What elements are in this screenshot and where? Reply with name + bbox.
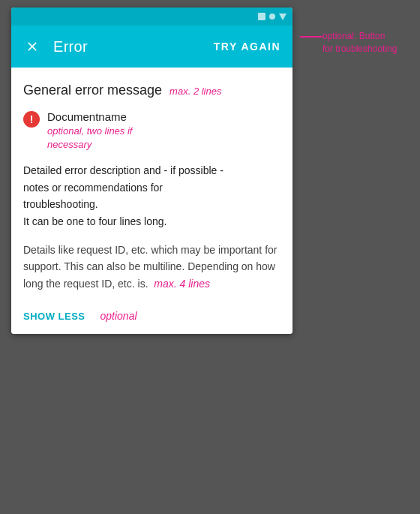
details-section: Details like request ID, etc. which may … <box>23 242 280 292</box>
error-title: General error message <box>23 83 162 98</box>
status-bar <box>11 8 292 26</box>
try-again-button[interactable]: TRY AGAIN <box>214 41 280 53</box>
dropdown-icon <box>279 14 286 20</box>
exclamation-icon: ! <box>30 114 34 125</box>
details-text: Details like request ID, etc. which may … <box>23 244 277 290</box>
close-icon <box>25 39 40 54</box>
battery-dot <box>269 14 275 20</box>
document-name: Documentname <box>47 110 132 123</box>
close-button[interactable] <box>23 38 41 56</box>
signal-icon <box>258 13 266 20</box>
error-icon-circle: ! <box>23 111 40 128</box>
annotation-text: optional: Buttonfor troubleshooting <box>322 30 397 56</box>
error-description: Detailed error description and - if poss… <box>23 162 280 230</box>
document-row: ! Documentname optional, two lines ifnec… <box>23 110 280 152</box>
actions-row: SHOW LESS optional <box>23 307 280 322</box>
show-less-button[interactable]: SHOW LESS <box>23 311 86 322</box>
optional-label: optional <box>100 310 137 322</box>
doc-name-column: Documentname optional, two lines ifneces… <box>47 110 132 152</box>
optional-two-lines-hint: optional, two lines ifnecessary <box>47 125 132 152</box>
annotation-line <box>300 36 322 38</box>
max-lines-hint: max. 2 lines <box>170 86 221 97</box>
try-again-annotation: optional: Buttonfor troubleshooting <box>300 30 397 56</box>
max-four-lines-hint: max. 4 lines <box>154 278 210 290</box>
app-bar-left: Error <box>23 38 88 56</box>
app-bar: Error TRY AGAIN <box>11 26 292 68</box>
device-frame: Error TRY AGAIN General error message ma… <box>11 8 292 334</box>
error-title-row: General error message max. 2 lines <box>23 83 280 98</box>
app-bar-title: Error <box>53 38 88 56</box>
content-area: General error message max. 2 lines ! Doc… <box>11 68 292 334</box>
